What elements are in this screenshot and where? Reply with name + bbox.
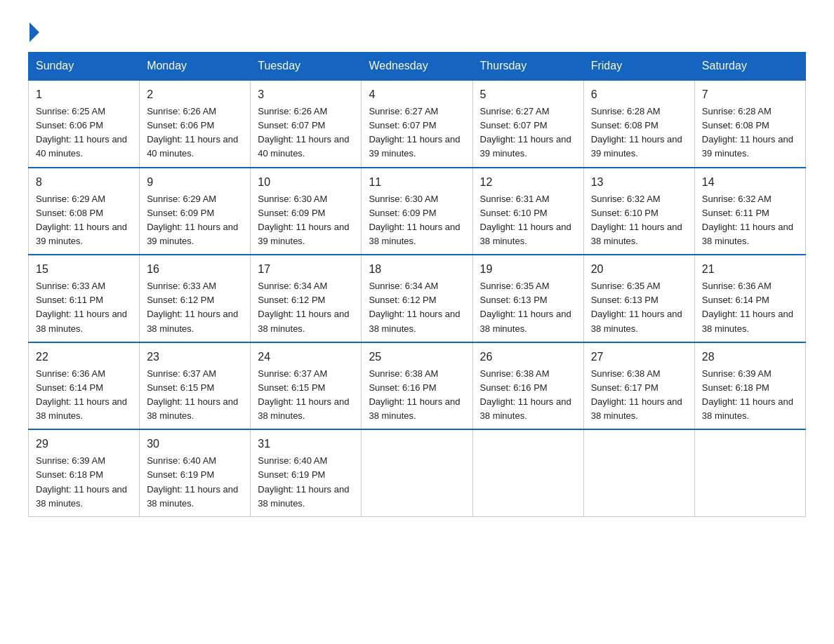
page-header <box>28 21 806 38</box>
day-info: Sunrise: 6:29 AMSunset: 6:08 PMDaylight:… <box>36 192 132 249</box>
day-info: Sunrise: 6:36 AMSunset: 6:14 PMDaylight:… <box>702 279 798 336</box>
day-info: Sunrise: 6:27 AMSunset: 6:07 PMDaylight:… <box>480 105 576 161</box>
calendar-cell: 26Sunrise: 6:38 AMSunset: 6:16 PMDayligh… <box>472 342 583 430</box>
calendar-cell: 6Sunrise: 6:28 AMSunset: 6:08 PMDaylight… <box>583 80 694 168</box>
day-info: Sunrise: 6:32 AMSunset: 6:10 PMDaylight:… <box>591 192 687 249</box>
day-number: 16 <box>147 261 243 278</box>
day-info: Sunrise: 6:28 AMSunset: 6:08 PMDaylight:… <box>702 105 798 161</box>
calendar-cell <box>472 429 583 516</box>
day-info: Sunrise: 6:40 AMSunset: 6:19 PMDaylight:… <box>147 454 243 511</box>
day-info: Sunrise: 6:38 AMSunset: 6:16 PMDaylight:… <box>369 367 465 424</box>
day-number: 26 <box>480 349 576 365</box>
day-number: 11 <box>369 174 465 191</box>
day-number: 30 <box>147 436 243 452</box>
logo <box>28 21 39 38</box>
calendar-cell: 16Sunrise: 6:33 AMSunset: 6:12 PMDayligh… <box>140 255 251 342</box>
calendar-header-saturday: Saturday <box>694 53 805 81</box>
day-number: 23 <box>147 349 243 365</box>
calendar-cell: 9Sunrise: 6:29 AMSunset: 6:09 PMDaylight… <box>140 168 251 255</box>
day-info: Sunrise: 6:26 AMSunset: 6:06 PMDaylight:… <box>147 105 243 161</box>
day-number: 18 <box>369 261 465 278</box>
calendar-cell: 17Sunrise: 6:34 AMSunset: 6:12 PMDayligh… <box>251 255 362 342</box>
day-number: 14 <box>702 174 798 191</box>
day-info: Sunrise: 6:33 AMSunset: 6:12 PMDaylight:… <box>147 279 243 336</box>
calendar-cell: 2Sunrise: 6:26 AMSunset: 6:06 PMDaylight… <box>140 80 251 168</box>
day-number: 9 <box>147 174 243 191</box>
day-number: 3 <box>258 86 354 103</box>
calendar-cell: 13Sunrise: 6:32 AMSunset: 6:10 PMDayligh… <box>583 168 694 255</box>
calendar-cell: 20Sunrise: 6:35 AMSunset: 6:13 PMDayligh… <box>583 255 694 342</box>
calendar-cell: 29Sunrise: 6:39 AMSunset: 6:18 PMDayligh… <box>29 429 140 516</box>
day-info: Sunrise: 6:26 AMSunset: 6:07 PMDaylight:… <box>258 105 354 161</box>
day-number: 6 <box>591 86 687 103</box>
logo-arrow-icon <box>29 22 39 42</box>
day-number: 28 <box>702 349 798 365</box>
day-number: 12 <box>480 174 576 191</box>
day-info: Sunrise: 6:29 AMSunset: 6:09 PMDaylight:… <box>147 192 243 249</box>
day-number: 24 <box>258 349 354 365</box>
calendar-cell <box>694 429 805 516</box>
calendar-cell <box>583 429 694 516</box>
calendar-cell: 14Sunrise: 6:32 AMSunset: 6:11 PMDayligh… <box>694 168 805 255</box>
day-info: Sunrise: 6:33 AMSunset: 6:11 PMDaylight:… <box>36 279 132 336</box>
day-info: Sunrise: 6:35 AMSunset: 6:13 PMDaylight:… <box>591 279 687 336</box>
calendar-cell: 28Sunrise: 6:39 AMSunset: 6:18 PMDayligh… <box>694 342 805 430</box>
day-number: 21 <box>702 261 798 278</box>
day-number: 25 <box>369 349 465 365</box>
day-info: Sunrise: 6:30 AMSunset: 6:09 PMDaylight:… <box>258 192 354 249</box>
day-info: Sunrise: 6:34 AMSunset: 6:12 PMDaylight:… <box>258 279 354 336</box>
calendar-cell: 27Sunrise: 6:38 AMSunset: 6:17 PMDayligh… <box>583 342 694 430</box>
calendar-header-tuesday: Tuesday <box>251 53 362 81</box>
week-row-2: 8Sunrise: 6:29 AMSunset: 6:08 PMDaylight… <box>29 168 806 255</box>
day-number: 2 <box>147 86 243 103</box>
calendar-cell: 12Sunrise: 6:31 AMSunset: 6:10 PMDayligh… <box>472 168 583 255</box>
day-info: Sunrise: 6:37 AMSunset: 6:15 PMDaylight:… <box>147 367 243 424</box>
calendar-header-sunday: Sunday <box>29 53 140 81</box>
calendar-header-monday: Monday <box>140 53 251 81</box>
calendar-cell: 7Sunrise: 6:28 AMSunset: 6:08 PMDaylight… <box>694 80 805 168</box>
calendar-cell: 21Sunrise: 6:36 AMSunset: 6:14 PMDayligh… <box>694 255 805 342</box>
day-info: Sunrise: 6:36 AMSunset: 6:14 PMDaylight:… <box>36 367 132 424</box>
day-info: Sunrise: 6:40 AMSunset: 6:19 PMDaylight:… <box>258 454 354 511</box>
calendar-cell: 10Sunrise: 6:30 AMSunset: 6:09 PMDayligh… <box>251 168 362 255</box>
calendar-cell: 11Sunrise: 6:30 AMSunset: 6:09 PMDayligh… <box>362 168 472 255</box>
day-info: Sunrise: 6:28 AMSunset: 6:08 PMDaylight:… <box>591 105 687 161</box>
day-number: 27 <box>591 349 687 365</box>
day-number: 13 <box>591 174 687 191</box>
calendar-cell: 5Sunrise: 6:27 AMSunset: 6:07 PMDaylight… <box>472 80 583 168</box>
day-info: Sunrise: 6:30 AMSunset: 6:09 PMDaylight:… <box>369 192 465 249</box>
calendar-cell: 23Sunrise: 6:37 AMSunset: 6:15 PMDayligh… <box>140 342 251 430</box>
day-info: Sunrise: 6:27 AMSunset: 6:07 PMDaylight:… <box>369 105 465 161</box>
calendar-cell: 1Sunrise: 6:25 AMSunset: 6:06 PMDaylight… <box>29 80 140 168</box>
week-row-3: 15Sunrise: 6:33 AMSunset: 6:11 PMDayligh… <box>29 255 806 342</box>
day-number: 19 <box>480 261 576 278</box>
day-info: Sunrise: 6:25 AMSunset: 6:06 PMDaylight:… <box>36 105 132 161</box>
day-number: 22 <box>36 349 132 365</box>
calendar-cell: 18Sunrise: 6:34 AMSunset: 6:12 PMDayligh… <box>362 255 472 342</box>
day-number: 8 <box>36 174 132 191</box>
day-number: 20 <box>591 261 687 278</box>
day-number: 31 <box>258 436 354 452</box>
day-info: Sunrise: 6:31 AMSunset: 6:10 PMDaylight:… <box>480 192 576 249</box>
day-info: Sunrise: 6:39 AMSunset: 6:18 PMDaylight:… <box>702 367 798 424</box>
calendar-header-friday: Friday <box>583 53 694 81</box>
calendar-cell: 3Sunrise: 6:26 AMSunset: 6:07 PMDaylight… <box>251 80 362 168</box>
week-row-4: 22Sunrise: 6:36 AMSunset: 6:14 PMDayligh… <box>29 342 806 430</box>
calendar-cell: 4Sunrise: 6:27 AMSunset: 6:07 PMDaylight… <box>362 80 472 168</box>
calendar-cell: 15Sunrise: 6:33 AMSunset: 6:11 PMDayligh… <box>29 255 140 342</box>
day-number: 4 <box>369 86 465 103</box>
week-row-5: 29Sunrise: 6:39 AMSunset: 6:18 PMDayligh… <box>29 429 806 516</box>
calendar-cell: 24Sunrise: 6:37 AMSunset: 6:15 PMDayligh… <box>251 342 362 430</box>
calendar-table: SundayMondayTuesdayWednesdayThursdayFrid… <box>28 52 806 517</box>
calendar-cell: 19Sunrise: 6:35 AMSunset: 6:13 PMDayligh… <box>472 255 583 342</box>
day-info: Sunrise: 6:37 AMSunset: 6:15 PMDaylight:… <box>258 367 354 424</box>
calendar-cell: 30Sunrise: 6:40 AMSunset: 6:19 PMDayligh… <box>140 429 251 516</box>
calendar-header-thursday: Thursday <box>472 53 583 81</box>
day-number: 1 <box>36 86 132 103</box>
day-number: 29 <box>36 436 132 452</box>
calendar-cell: 22Sunrise: 6:36 AMSunset: 6:14 PMDayligh… <box>29 342 140 430</box>
day-info: Sunrise: 6:39 AMSunset: 6:18 PMDaylight:… <box>36 454 132 511</box>
day-info: Sunrise: 6:38 AMSunset: 6:16 PMDaylight:… <box>480 367 576 424</box>
day-info: Sunrise: 6:34 AMSunset: 6:12 PMDaylight:… <box>369 279 465 336</box>
day-info: Sunrise: 6:38 AMSunset: 6:17 PMDaylight:… <box>591 367 687 424</box>
